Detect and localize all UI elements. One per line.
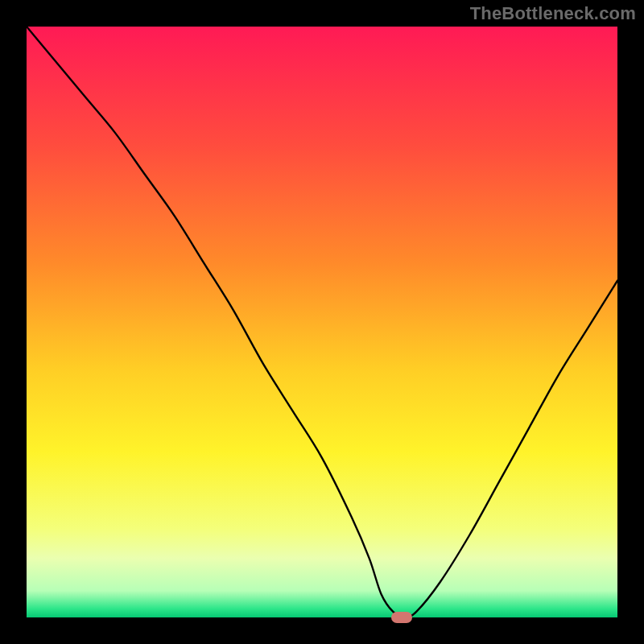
chart-frame: TheBottleneck.com <box>0 0 644 644</box>
gradient-background <box>27 27 617 617</box>
plot-area <box>27 27 617 617</box>
chart-svg <box>27 27 617 617</box>
watermark-text: TheBottleneck.com <box>470 3 636 24</box>
optimal-marker <box>391 612 412 623</box>
